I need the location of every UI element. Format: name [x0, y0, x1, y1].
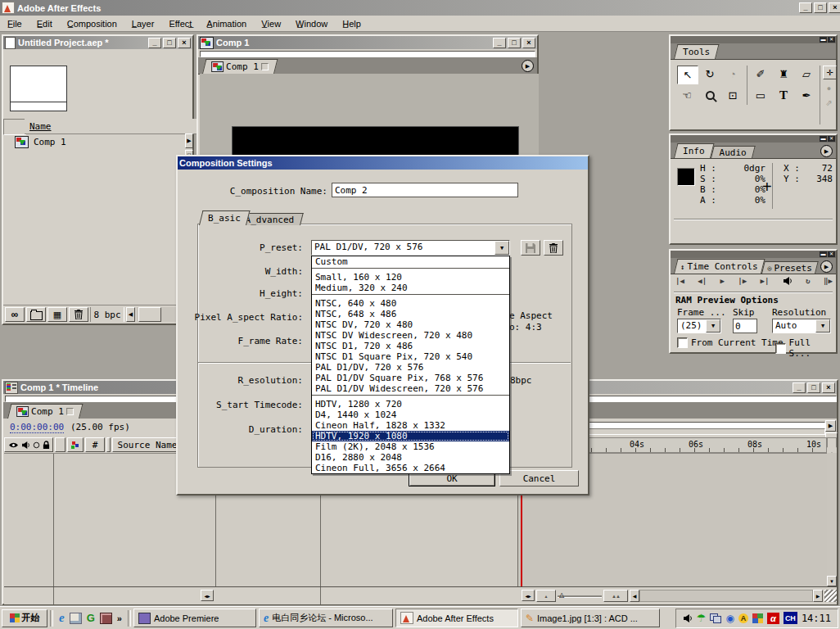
- tools-tab[interactable]: Tools: [674, 44, 720, 59]
- axis-mode-icon[interactable]: ✛: [823, 66, 837, 79]
- getright-icon[interactable]: G: [87, 612, 95, 624]
- comp-close-button[interactable]: ×: [522, 38, 535, 48]
- brush-tool-icon[interactable]: ✐: [751, 66, 770, 83]
- show-desktop-icon[interactable]: [70, 613, 82, 624]
- region-of-interest-icon[interactable]: ⊡: [723, 87, 743, 104]
- preset-select[interactable]: PAL D1/DV, 720 x 576 ▼: [311, 240, 510, 256]
- timeline-zoom-slider[interactable]: △: [558, 590, 602, 602]
- timeline-right-arrow-button[interactable]: ▶: [825, 420, 836, 432]
- tab-basic[interactable]: B̲asic: [199, 210, 250, 225]
- menu-composition[interactable]: C̲omposition: [60, 16, 124, 31]
- globe-tray-icon[interactable]: ◉: [725, 613, 734, 624]
- comp-minimize-button[interactable]: _: [493, 38, 506, 48]
- current-timecode[interactable]: 0:00:00:00: [10, 422, 64, 433]
- menu-help[interactable]: H̲elp: [335, 16, 368, 31]
- tools-palette-titlebar[interactable]: ▬ ✕: [671, 36, 836, 43]
- comp-tab-close-box[interactable]: [261, 63, 269, 70]
- project-name-column-header[interactable]: Name: [25, 119, 197, 134]
- input-method-badge[interactable]: CH: [784, 612, 797, 624]
- theme-tray-icon[interactable]: [752, 613, 763, 623]
- text-tool-icon[interactable]: T: [774, 87, 793, 104]
- layer-number-header[interactable]: #: [85, 437, 105, 452]
- orbit-camera-tool-icon[interactable]: ◔: [723, 66, 743, 83]
- preset-option[interactable]: PAL D1/DV, 720 x 576: [312, 362, 509, 373]
- comp-panel-menu-icon[interactable]: ▶: [522, 60, 534, 72]
- from-current-time-checkbox[interactable]: From Current Time: [677, 337, 784, 348]
- timectrl-close-icon[interactable]: ✕: [828, 251, 835, 257]
- pen-tool-icon[interactable]: ✒: [797, 87, 816, 104]
- comp-titlebar[interactable]: Comp 1 _ □ ×: [198, 36, 537, 49]
- project-minimize-button[interactable]: _: [148, 38, 161, 48]
- timeline-tab-comp1[interactable]: Comp 1: [7, 404, 83, 419]
- preset-option[interactable]: Medium, 320 x 240: [312, 283, 509, 293]
- project-close-button[interactable]: ×: [178, 38, 191, 48]
- preset-option[interactable]: NTSC, 648 x 486: [312, 309, 509, 319]
- resize-grip[interactable]: [824, 590, 837, 602]
- full-screen-box[interactable]: [775, 343, 786, 354]
- rectangle-mask-tool-icon[interactable]: ▭: [751, 87, 770, 104]
- resolution-select[interactable]: Auto ▼: [772, 319, 831, 333]
- first-frame-icon[interactable]: |◀: [675, 277, 684, 285]
- comp-tab[interactable]: Comp 1: [202, 59, 278, 74]
- menu-edit[interactable]: E̲dit: [29, 16, 60, 31]
- info-minimize-icon[interactable]: ▬: [820, 136, 827, 142]
- delete-preset-icon[interactable]: [544, 240, 563, 256]
- project-scrollbar-thumb[interactable]: [138, 307, 161, 322]
- timectrl-palette-titlebar[interactable]: ▬ ✕: [671, 251, 836, 258]
- zoom-tool-icon[interactable]: [700, 87, 720, 104]
- tab-time-controls[interactable]: ↕Time Controls: [674, 259, 765, 274]
- volume-tray-icon[interactable]: [683, 614, 693, 622]
- comp-maximize-button[interactable]: □: [508, 38, 521, 48]
- timeline-hscrollbar[interactable]: [639, 590, 813, 602]
- preset-option[interactable]: Cineon Half, 1828 x 1332: [312, 420, 509, 431]
- hscroll-right-icon[interactable]: ▶: [813, 590, 823, 602]
- tab-audio[interactable]: Audio: [711, 146, 756, 158]
- preset-option[interactable]: NTSC DV Widescreen, 720 x 480: [312, 330, 509, 341]
- comp-marker-bin-icon[interactable]: [827, 437, 837, 453]
- next-frame-icon[interactable]: |▶: [738, 277, 747, 285]
- project-scroll-left-icon[interactable]: ◀: [126, 307, 135, 322]
- info-panel-menu-icon[interactable]: ▶: [820, 145, 833, 157]
- preset-option[interactable]: D4, 1440 x 1024: [312, 410, 509, 420]
- preset-option[interactable]: NTSC DV, 720 x 480: [312, 319, 509, 330]
- ie-quicklaunch-icon[interactable]: e: [59, 611, 65, 625]
- find-icon[interactable]: ∞: [5, 307, 25, 322]
- info-palette-titlebar[interactable]: ▬ ✕: [671, 135, 836, 143]
- from-current-time-box[interactable]: [677, 337, 688, 348]
- last-frame-icon[interactable]: ▶|: [761, 277, 770, 285]
- panel-divider-adjust-right[interactable]: ◀▶: [522, 590, 535, 601]
- cancel-button[interactable]: Cancel: [499, 470, 579, 486]
- dialog-titlebar[interactable]: Composition Settings: [178, 156, 588, 170]
- menu-effect[interactable]: Effect̲: [161, 16, 199, 31]
- timeline-close-button[interactable]: ×: [822, 382, 835, 393]
- preset-option[interactable]: Cineon Full, 3656 x 2664: [312, 463, 509, 473]
- preset-option[interactable]: PAL D1/DV Widescreen, 720 x 576: [312, 383, 509, 394]
- timectrl-panel-menu-icon[interactable]: ▶: [820, 260, 833, 273]
- panel-divider-adjust-left[interactable]: ◀▶: [201, 590, 214, 601]
- skip-input[interactable]: [733, 319, 757, 333]
- new-composition-icon[interactable]: ▦: [47, 307, 67, 322]
- preset-option[interactable]: NTSC, 640 x 480: [312, 298, 509, 309]
- ram-preview-icon[interactable]: ‖▶: [824, 277, 833, 285]
- frame-rate-dropdown-icon[interactable]: ▼: [706, 319, 720, 333]
- menu-file[interactable]: F̲ile: [0, 16, 29, 31]
- menu-window[interactable]: W̲indow: [288, 16, 335, 31]
- tools-close-icon[interactable]: ✕: [828, 37, 835, 43]
- project-maximize-button[interactable]: □: [163, 38, 176, 48]
- tab-info[interactable]: Info: [674, 143, 714, 158]
- menu-animation[interactable]: A̲nimation: [199, 16, 254, 31]
- antivirus-umbrella-icon[interactable]: ☂: [697, 612, 707, 624]
- task-acdsee-image[interactable]: ✎ Image1.jpg [1:3] : ACD ...: [521, 609, 660, 627]
- av-features-header[interactable]: [4, 437, 53, 452]
- app-close-button[interactable]: ×: [829, 2, 840, 13]
- zoom-slider-thumb[interactable]: △: [559, 591, 564, 599]
- info-close-icon[interactable]: ✕: [828, 136, 835, 142]
- preset-option[interactable]: Custom: [312, 256, 509, 267]
- timectrl-minimize-icon[interactable]: ▬: [820, 251, 827, 257]
- timeline-vscrollbar[interactable]: ▼: [827, 453, 837, 586]
- play-icon[interactable]: ▶: [720, 277, 725, 285]
- loop-icon[interactable]: ↻: [806, 277, 810, 285]
- preset-option[interactable]: HDTV, 1280 x 720: [312, 399, 509, 410]
- tab-presets[interactable]: ◎Presets: [761, 261, 819, 274]
- preset-dropdown-icon[interactable]: ▼: [495, 241, 509, 255]
